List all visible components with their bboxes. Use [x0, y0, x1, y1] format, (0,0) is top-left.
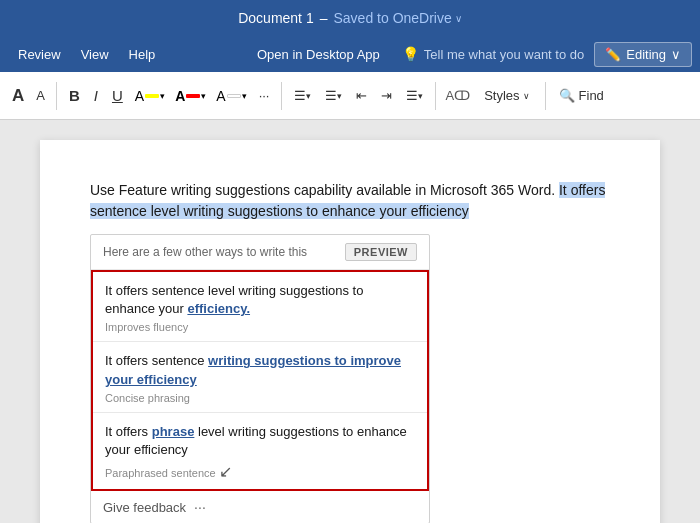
clear-format-label: A: [216, 88, 225, 104]
decrease-indent-button[interactable]: ⇤: [351, 84, 372, 107]
font-color-label: A: [175, 88, 185, 104]
pencil-icon: ✏️: [605, 47, 621, 62]
ribbon-separator-2: [281, 82, 282, 110]
styles-label: Styles: [484, 88, 519, 103]
underline-button[interactable]: U: [107, 83, 128, 108]
clear-format-bar: [227, 94, 241, 98]
document-text: Use Feature writing suggestions capabili…: [90, 180, 610, 222]
font-size-a-small: A: [32, 86, 49, 105]
number-list-chevron: ▾: [337, 91, 342, 101]
number-list-button[interactable]: ☰ ▾: [320, 84, 347, 107]
suggestion-item-1-highlight: efficiency.: [187, 301, 250, 316]
suggestion-item-2-subtext: Concise phrasing: [105, 392, 415, 404]
cursor-icon: ↙: [219, 462, 232, 481]
onedrive-chevron: ∨: [455, 13, 462, 24]
suggestion-item-3[interactable]: It offers phrase level writing suggestio…: [93, 413, 427, 489]
main-text: Use Feature writing suggestions capabili…: [90, 182, 559, 198]
number-list-icon: ☰: [325, 88, 337, 103]
suggestion-item-3-plain-start: It offers: [105, 424, 152, 439]
decrease-indent-icon: ⇤: [356, 88, 367, 103]
bold-button[interactable]: B: [64, 83, 85, 108]
bullet-list-button[interactable]: ☰ ▾: [289, 84, 316, 107]
menu-bar: Review View Help Open in Desktop App 💡 T…: [0, 36, 700, 72]
suggestion-panel: Here are a few other ways to write this …: [90, 234, 430, 523]
ribbon-separator-3: [435, 82, 436, 110]
title-bar: Document 1 – Saved to OneDrive ∨: [0, 0, 700, 36]
preview-button[interactable]: PREVIEW: [345, 243, 417, 261]
editing-button[interactable]: ✏️ Editing ∨: [594, 42, 692, 67]
saved-status-text: Saved to OneDrive: [333, 10, 451, 26]
suggestion-header-text: Here are a few other ways to write this: [103, 245, 307, 259]
suggestion-item-3-highlight: phrase: [152, 424, 195, 439]
feedback-options-button[interactable]: ···: [194, 499, 206, 515]
increase-indent-icon: ⇥: [381, 88, 392, 103]
title-separator: –: [320, 10, 328, 26]
align-chevron: ▾: [418, 91, 423, 101]
editing-label: Editing: [626, 47, 666, 62]
suggestion-item-2-text: It offers sentence writing suggestions t…: [105, 352, 415, 388]
give-feedback-link[interactable]: Give feedback: [103, 500, 186, 515]
menu-item-help[interactable]: Help: [119, 41, 166, 68]
tell-me-input[interactable]: 💡 Tell me what you want to do: [392, 46, 594, 62]
suggestion-item-2-plain-start: It offers sentence: [105, 353, 208, 368]
suggestion-footer: Give feedback ···: [91, 491, 429, 523]
font-color-button[interactable]: A ▾: [172, 86, 209, 106]
italic-button[interactable]: I: [89, 83, 103, 108]
align-icon: ☰: [406, 88, 418, 103]
increase-indent-button[interactable]: ⇥: [376, 84, 397, 107]
highlight-button[interactable]: A ▾: [132, 86, 168, 106]
menu-item-review[interactable]: Review: [8, 41, 71, 68]
styles-button[interactable]: Styles ∨: [476, 85, 537, 106]
search-icon: 🔍: [559, 88, 575, 103]
ribbon: A A B I U A ▾ A ▾ A ▾ ··· ☰ ▾ ☰ ▾ ⇤ ⇥ ☰ …: [0, 72, 700, 120]
styles-chevron: ∨: [523, 91, 530, 101]
align-button[interactable]: ☰ ▾: [401, 84, 428, 107]
suggestion-item-3-subtext-text: Paraphrased sentence: [105, 467, 216, 479]
font-color-chevron: ▾: [201, 91, 206, 101]
document-area: Use Feature writing suggestions capabili…: [0, 120, 700, 523]
suggestion-item-1-subtext: Improves fluency: [105, 321, 415, 333]
styles-icon: Aↀ: [443, 88, 472, 103]
highlight-chevron: ▾: [160, 91, 165, 101]
suggestion-item-1-text: It offers sentence level writing suggest…: [105, 282, 415, 318]
bullet-list-chevron: ▾: [306, 91, 311, 101]
document-title: Document 1: [238, 10, 313, 26]
find-button[interactable]: 🔍 Find: [553, 85, 610, 106]
suggestion-item-3-text: It offers phrase level writing suggestio…: [105, 423, 415, 459]
font-color-bar: [186, 94, 200, 98]
font-size-a-large: A: [8, 84, 28, 108]
bullet-list-icon: ☰: [294, 88, 306, 103]
menu-item-view[interactable]: View: [71, 41, 119, 68]
clear-format-chevron: ▾: [242, 91, 247, 101]
editing-chevron: ∨: [671, 47, 681, 62]
clear-formatting-button[interactable]: A ▾: [213, 86, 249, 106]
ribbon-separator-4: [545, 82, 546, 110]
more-options-button[interactable]: ···: [254, 84, 275, 107]
open-desktop-button[interactable]: Open in Desktop App: [245, 42, 392, 67]
suggestion-header: Here are a few other ways to write this …: [91, 235, 429, 270]
onedrive-status[interactable]: Saved to OneDrive ∨: [333, 10, 461, 26]
highlight-label: A: [135, 88, 144, 104]
ribbon-separator-1: [56, 82, 57, 110]
highlight-bar: [145, 94, 159, 98]
suggestion-item-1[interactable]: It offers sentence level writing suggest…: [93, 272, 427, 342]
bulb-icon: 💡: [402, 46, 419, 62]
suggestion-item-3-subtext: Paraphrased sentence ↙: [105, 462, 415, 481]
suggestion-item-2[interactable]: It offers sentence writing suggestions t…: [93, 342, 427, 412]
suggestion-items-container: It offers sentence level writing suggest…: [91, 270, 429, 491]
tell-me-text: Tell me what you want to do: [424, 47, 584, 62]
find-label: Find: [579, 88, 604, 103]
document-page: Use Feature writing suggestions capabili…: [40, 140, 660, 523]
